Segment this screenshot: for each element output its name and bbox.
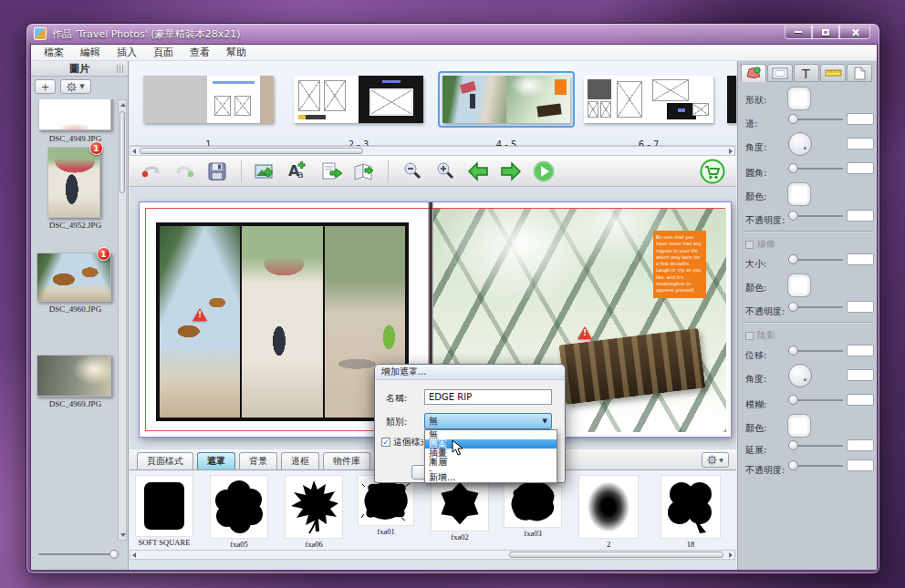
option-new[interactable]: 新增... [425, 473, 557, 482]
maximize-button[interactable] [812, 26, 839, 39]
left-page-collage[interactable] [156, 222, 409, 421]
fill-color-swatch[interactable] [788, 183, 810, 205]
corner-input[interactable] [847, 162, 874, 174]
zoom-in-button[interactable] [432, 159, 458, 184]
photo-deer[interactable] [160, 226, 240, 418]
tab-shape[interactable] [741, 64, 766, 82]
tab-ruler[interactable] [820, 64, 846, 82]
redo-button[interactable] [172, 159, 197, 184]
menu-help[interactable]: 幫助 [218, 45, 255, 60]
shadow-color-swatch[interactable] [788, 415, 810, 437]
checkbox-checked-icon[interactable]: ✓ [381, 438, 390, 447]
scrollbar-thumb[interactable] [509, 552, 723, 558]
line-size-input[interactable] [847, 253, 874, 265]
category-combobox[interactable]: 無 ▼ [424, 413, 552, 429]
cart-button[interactable] [700, 159, 725, 184]
photo-thumb[interactable] [47, 147, 100, 218]
panel-grip-icon[interactable] [117, 65, 125, 73]
photo-thumb[interactable] [38, 99, 111, 130]
scrollbar-thumb[interactable] [140, 148, 363, 154]
mask-gallery-scrollbar[interactable] [130, 550, 735, 560]
scroll-right-icon[interactable] [729, 552, 733, 558]
scrollbar-thumb[interactable] [120, 111, 125, 193]
add-text-button[interactable]: Aa [286, 159, 311, 184]
slider-knob[interactable] [109, 550, 119, 559]
angle-input[interactable] [847, 138, 874, 150]
export-page-button[interactable] [318, 159, 344, 184]
shadow-angle-knob[interactable] [788, 364, 812, 387]
opacity-input[interactable] [847, 210, 874, 222]
shadow-section-checkbox[interactable]: 陰影 [745, 329, 775, 342]
mask-item-18[interactable] [661, 475, 721, 539]
blur-input[interactable] [847, 394, 874, 406]
edge-slider[interactable] [788, 114, 843, 124]
line-opacity-slider[interactable] [788, 302, 843, 312]
save-button[interactable] [204, 159, 230, 184]
line-section-checkbox[interactable]: 線條 [745, 238, 775, 251]
zoom-out-button[interactable] [400, 159, 425, 184]
close-button[interactable] [839, 26, 870, 39]
tab-page[interactable] [847, 64, 872, 82]
mask-item-2[interactable] [578, 475, 639, 539]
add-image-button[interactable] [253, 159, 278, 184]
blur-slider[interactable] [788, 395, 843, 405]
tab-borders[interactable]: 邊框 [281, 452, 319, 469]
menu-insert[interactable]: 插入 [109, 45, 145, 60]
spread-thumb-1[interactable]: 1 [143, 76, 274, 123]
tab-backgrounds[interactable]: 背景 [239, 452, 277, 469]
spread-thumb-partial[interactable] [727, 76, 736, 123]
mask-item-soft-square[interactable] [135, 475, 193, 537]
filmstrip-scrollbar[interactable] [130, 146, 735, 156]
page-canvas[interactable]: Be sure that you have never had any regr… [130, 187, 736, 449]
line-color-swatch[interactable] [788, 274, 810, 296]
angle-knob[interactable] [788, 132, 812, 156]
mask-item-fxa02[interactable] [431, 475, 489, 531]
spread-slider[interactable] [788, 440, 843, 450]
scroll-down-icon[interactable] [120, 533, 126, 537]
thumbnail-size-slider[interactable] [38, 550, 119, 559]
flip-book-button[interactable] [351, 159, 377, 184]
menu-view[interactable]: 查看 [182, 45, 218, 60]
category-dropdown-list[interactable]: 無 圖案 插畫 漸層 - 新增... [424, 429, 557, 483]
titlebar[interactable]: 作品 'Travel Photos' (豪華精裝本28x21) [26, 24, 879, 44]
opacity-slider[interactable] [788, 211, 843, 221]
mask-item-fxa06[interactable] [285, 475, 343, 539]
menu-page[interactable]: 頁面 [145, 45, 182, 60]
tab-masks[interactable]: 遮罩 [197, 452, 235, 469]
quote-text-box[interactable]: Be sure that you have never had any regr… [653, 231, 706, 298]
spread-thumb-4-5[interactable]: 4 - 5 [442, 76, 570, 123]
scroll-left-icon[interactable] [132, 149, 136, 154]
offset-input[interactable] [847, 345, 874, 356]
edge-input[interactable] [847, 113, 874, 125]
tab-text[interactable]: T [794, 64, 819, 82]
photo-suitcase-boy[interactable] [242, 226, 322, 418]
add-photo-button[interactable]: + [35, 79, 56, 94]
dialog-titlebar[interactable]: 增加遮罩... [375, 365, 565, 380]
option-gradient[interactable]: 漸層 [425, 458, 557, 467]
tab-frame[interactable] [767, 64, 793, 82]
photo-list-scrollbar[interactable] [118, 99, 127, 541]
next-page-button[interactable] [498, 159, 524, 184]
corner-slider[interactable] [788, 163, 843, 173]
add-mask-dialog[interactable]: 增加遮罩... 名稱: 類別: 無 ▼ ✓ 這個樣式 無 圖案 [374, 364, 566, 483]
style-checkbox-row[interactable]: ✓ 這個樣式 [381, 436, 423, 449]
photo-thumb[interactable] [36, 355, 111, 397]
mask-item-fxa05[interactable] [210, 475, 268, 539]
spread-thumb-2-3[interactable]: 2 - 3 [294, 76, 423, 123]
tab-object-library[interactable]: 物件庫 [323, 452, 370, 469]
photo-options-button[interactable]: ▼ [60, 79, 90, 94]
menu-file[interactable]: 檔案 [36, 45, 72, 60]
minimize-button[interactable] [785, 26, 812, 39]
offset-slider[interactable] [788, 346, 843, 356]
photo-list[interactable]: DSC_4949.JPG 1 DSC_4952.JPG 1 DSC_4960.J… [33, 99, 118, 541]
scroll-left-icon[interactable] [132, 552, 136, 558]
mask-name-input[interactable] [424, 389, 552, 405]
spread-input[interactable] [847, 439, 874, 451]
library-options-button[interactable]: ▼ [702, 452, 729, 468]
undo-button[interactable] [139, 159, 164, 184]
shadow-angle-input[interactable] [847, 369, 874, 381]
shadow-opacity-input[interactable] [847, 459, 874, 471]
line-opacity-input[interactable] [847, 301, 874, 313]
preview-button[interactable] [531, 159, 557, 184]
line-size-slider[interactable] [788, 254, 843, 264]
